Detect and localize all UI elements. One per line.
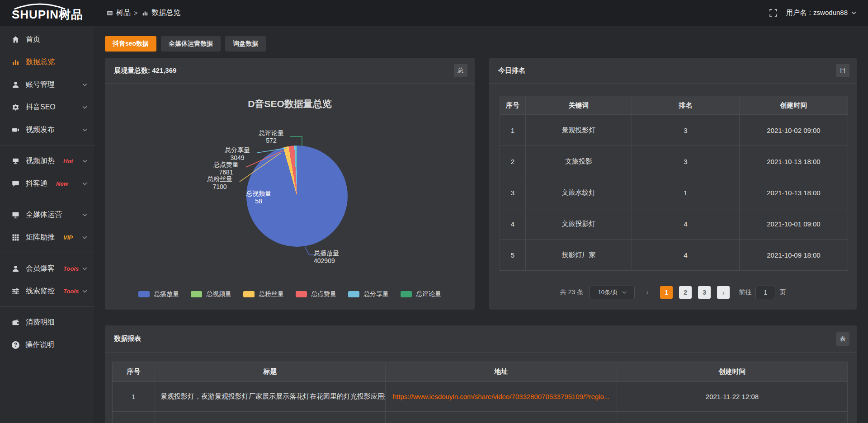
pie-label-total-comments: 总评论量572 — [252, 129, 290, 145]
logo-arc-icon — [13, 3, 67, 10]
tab-omnimedia-data[interactable]: 全媒体运营数据 — [161, 36, 221, 52]
page-button-1[interactable]: 1 — [660, 286, 673, 299]
legend-item-total-shares[interactable]: 总分享量 — [348, 290, 389, 298]
page-size-value: 10条/页 — [598, 288, 618, 296]
pie-label-total-likes: 总点赞量7681 — [207, 161, 245, 176]
sidebar: 首页 数据总览 账号管理 抖音SEO 视频发布 视频加热 Hot 抖客通 New… — [0, 26, 95, 423]
sidebar-item-spending-detail[interactable]: 消费明细 — [0, 311, 94, 334]
chevron-down-icon — [851, 11, 856, 14]
sidebar-item-member-burst[interactable]: 会员爆客 Tools — [0, 257, 94, 280]
vip-badge: VIP — [63, 234, 73, 241]
chevron-down-icon — [82, 160, 87, 163]
next-page-button[interactable]: › — [717, 286, 730, 299]
table-header-row: 序号 标题 地址 创建时间 — [113, 362, 848, 382]
wallet-icon — [12, 319, 20, 326]
breadcrumb-label: 数据总览 — [151, 8, 180, 18]
grid-icon — [12, 234, 20, 241]
sidebar-divider — [0, 306, 94, 307]
column-header: 序号 — [500, 96, 526, 115]
sidebar-item-lead-monitor[interactable]: 线索监控 Tools — [0, 280, 94, 302]
pie-chart-title: D音SEO数据量总览 — [105, 98, 475, 110]
sidebar-item-douyin-seo[interactable]: 抖音SEO — [0, 96, 94, 118]
sidebar-item-matrix-boost[interactable]: 矩阵助推 VIP — [0, 226, 94, 249]
report-table: 序号 标题 地址 创建时间 1景观投影灯，夜游景观投影灯厂家展示展示落花灯在花园… — [112, 362, 848, 423]
legend-swatch — [191, 291, 202, 297]
column-header: 关键词 — [526, 96, 632, 115]
app-window-icon — [107, 10, 113, 16]
tab-inquiry-data[interactable]: 询盘数据 — [225, 36, 266, 52]
sidebar-item-label: 数据总览 — [26, 57, 55, 67]
hot-badge: Hot — [63, 158, 73, 164]
url-link[interactable]: https://www.iesdouyin.com/share/video/70… — [386, 382, 617, 412]
total-view-badge[interactable]: 总 — [454, 64, 467, 77]
table-cell: 1 — [113, 382, 155, 412]
chevron-down-icon — [82, 83, 87, 86]
breadcrumb-current[interactable]: 数据总览 — [142, 8, 180, 18]
sidebar-item-label: 线索监控 — [26, 287, 55, 296]
legend-label: 总评论量 — [416, 290, 441, 298]
legend-swatch — [401, 291, 412, 297]
sidebar-item-doukentong[interactable]: 抖客通 New — [0, 172, 94, 195]
legend-swatch — [348, 291, 359, 297]
day-view-badge[interactable]: 日 — [836, 64, 849, 77]
data-tabs: 抖音seo数据 全媒体运营数据 询盘数据 — [105, 36, 266, 52]
sidebar-item-label: 消费明细 — [26, 318, 55, 327]
sidebar-item-help[interactable]: 操作说明 — [0, 334, 94, 356]
sidebar-item-label: 全媒体运营 — [26, 210, 62, 220]
table-cell: 景观投影灯，夜游景观投影灯厂家展示展示落花灯在花园里的灯光投影应用效果 #... — [155, 382, 386, 412]
table-cell: 文旅水纹灯 — [526, 177, 632, 208]
page-button-2[interactable]: 2 — [679, 286, 692, 299]
prev-page-button[interactable]: ‹ — [641, 286, 654, 299]
sidebar-item-video-heat[interactable]: 视频加热 Hot — [0, 150, 94, 172]
table-cell: 文旅投影灯 — [526, 208, 632, 240]
column-header: 创建时间 — [740, 96, 848, 115]
sidebar-item-video-publish[interactable]: 视频发布 — [0, 118, 94, 141]
legend-swatch — [296, 291, 307, 297]
legend-item-total-plays[interactable]: 总播放量 — [138, 290, 179, 298]
goto-page: 前往 页 — [739, 286, 786, 299]
breadcrumb-home[interactable]: 树品 > — [107, 8, 137, 18]
pie-label-total-videos: 总视频量58 — [240, 190, 278, 205]
pagination: 共 23 条 10条/页 ‹ 1 2 3 › 前往 页 — [489, 286, 857, 299]
legend-item-total-likes[interactable]: 总点赞量 — [296, 290, 336, 298]
table-cell: 4 — [632, 240, 740, 271]
sidebar-item-label: 抖音SEO — [26, 103, 56, 112]
tab-douyin-seo-data[interactable]: 抖音seo数据 — [105, 36, 156, 52]
sidebar-item-label: 会员爆客 — [26, 264, 55, 273]
page-size-select[interactable]: 10条/页 — [590, 286, 635, 299]
legend-item-total-comments[interactable]: 总评论量 — [401, 290, 441, 298]
table-cell: 4 — [500, 208, 526, 240]
sidebar-item-account[interactable]: 账号管理 — [0, 73, 94, 96]
sidebar-item-data-overview[interactable]: 数据总览 — [0, 51, 94, 73]
table-cell: 景观投影灯 — [526, 115, 632, 146]
username-label: 用户名：zswodun88 — [786, 9, 848, 17]
legend-swatch — [243, 291, 255, 297]
table-row: 1景观投影灯32021-10-02 09:00 — [500, 115, 848, 146]
sidebar-divider — [0, 253, 94, 253]
goto-page-input[interactable] — [755, 286, 775, 299]
chevron-down-icon — [82, 128, 87, 132]
fullscreen-icon[interactable] — [769, 9, 777, 17]
legend-label: 总粉丝量 — [259, 290, 284, 298]
page-button-3[interactable]: 3 — [698, 286, 711, 299]
table-cell: 5 — [500, 240, 526, 271]
sidebar-item-label: 矩阵助推 — [26, 233, 55, 242]
monitor-icon — [12, 211, 20, 219]
legend-item-total-videos[interactable]: 总视频量 — [191, 290, 231, 298]
chart-panel-header: 展现量总数: 421,369 总 — [105, 58, 475, 84]
sidebar-divider — [0, 199, 94, 199]
breadcrumb-separator: > — [134, 9, 137, 17]
sidebar-item-label: 抖客通 — [26, 179, 47, 188]
rank-panel-title: 今日排名 — [498, 66, 525, 75]
gear-icon — [12, 103, 20, 111]
user-menu[interactable]: 用户名：zswodun88 — [786, 9, 856, 17]
table-row: 5投影灯厂家42021-10-09 18:00 — [500, 240, 848, 271]
chevron-down-icon — [82, 267, 87, 270]
sidebar-item-home[interactable]: 首页 — [0, 28, 94, 51]
column-header: 序号 — [113, 362, 155, 382]
pie-label-total-plays: 总播放量402909 — [314, 249, 352, 265]
table-view-badge[interactable]: 表 — [836, 332, 849, 346]
sidebar-item-omnimedia[interactable]: 全媒体运营 — [0, 203, 94, 226]
rank-panel-header: 今日排名 日 — [489, 58, 857, 84]
legend-item-total-fans[interactable]: 总粉丝量 — [243, 290, 284, 298]
